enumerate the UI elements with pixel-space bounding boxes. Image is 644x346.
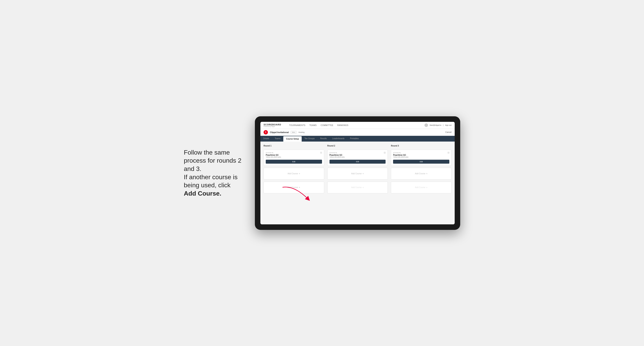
round-2-column: Round 2 ⊡ (Course A) Peachtree GC Yellow…	[327, 145, 388, 193]
round-3-add-course-text-1: Add Course +	[415, 172, 428, 175]
round-3-edit-button[interactable]: Edit	[393, 160, 449, 164]
round-2-add-plus-1: +	[362, 172, 364, 175]
instruction-bold: Add Course.	[184, 190, 221, 197]
round-2-add-course-2: Add Course +	[327, 181, 388, 193]
round-3-add-course-text-2: Add Course +	[415, 186, 428, 189]
tab-leaderboards[interactable]: Leaderboards	[330, 136, 347, 142]
tab-teams[interactable]: Teams	[272, 136, 283, 142]
rounds-grid: Round 1 ⊡ (Course A) Peachtree GC Yellow…	[264, 145, 452, 193]
round-1-course-details: Yellow (M) (6629 yds)	[266, 156, 322, 158]
round-1-add-plus-1: +	[299, 172, 300, 175]
nav-tournaments[interactable]: TOURNAMENTS	[289, 124, 306, 126]
round-1-add-course-text-2: Add Course +	[288, 186, 300, 189]
round-3-column: Round 3 ⊡ (Course A) Peachtree GC Yellow…	[391, 145, 452, 193]
round-3-add-plus-2: +	[426, 186, 428, 189]
logo-area: SCOREBOARD Powered by clippd	[264, 123, 281, 127]
round-3-course-details: Yellow (M) (6629 yds)	[393, 156, 449, 158]
round-3-add-plus-1: +	[426, 172, 428, 175]
round-2-add-course-text-1: Add Course +	[351, 172, 364, 175]
nav-teams[interactable]: TEAMS	[309, 124, 317, 126]
nav-rankings[interactable]: RANKINGS	[337, 124, 348, 126]
round-2-course-name: Peachtree GC	[330, 154, 386, 156]
tournament-bar: C Clippd Invitational Men Hosting Cancel	[260, 129, 455, 136]
nav-separator: |	[443, 124, 444, 126]
round-3-delete-icon[interactable]: ⊡	[448, 152, 449, 154]
round-2-course-label: (Course A)	[330, 152, 386, 154]
tablet-frame: SCOREBOARD Powered by clippd TOURNAMENTS…	[255, 116, 460, 230]
top-nav: SCOREBOARD Powered by clippd TOURNAMENTS…	[260, 122, 455, 129]
round-3-course-card: ⊡ (Course A) Peachtree GC Yellow (M) (66…	[391, 150, 452, 166]
round-1-course-label: (Course A)	[266, 152, 322, 154]
round-2-course-details: Yellow (M) (6629 yds)	[330, 156, 386, 158]
scoreboard-logo: SCOREBOARD	[264, 123, 281, 126]
round-1-add-course-text-1: Add Course +	[288, 172, 300, 175]
tab-printables[interactable]: Printables	[347, 136, 362, 142]
round-1-title: Round 1	[264, 145, 324, 147]
instruction-panel: Follow the same process for rounds 2 and…	[184, 149, 243, 198]
round-1-delete-icon[interactable]: ⊡	[320, 152, 322, 154]
nav-committee[interactable]: COMMITTEE	[320, 124, 334, 126]
round-2-course-card: ⊡ (Course A) Peachtree GC Yellow (M) (66…	[327, 150, 388, 166]
powered-by: Powered by clippd	[264, 126, 281, 127]
round-3-add-course-2: Add Course +	[391, 181, 452, 193]
instruction-text: Follow the same process for rounds 2 and…	[184, 149, 242, 197]
round-1-column: Round 1 ⊡ (Course A) Peachtree GC Yellow…	[264, 145, 324, 193]
round-1-course-card: ⊡ (Course A) Peachtree GC Yellow (M) (66…	[264, 150, 324, 166]
nav-user: blair@clippd.io | Sign out	[424, 123, 452, 127]
round-3-title: Round 3	[391, 145, 452, 147]
round-3-course-name: Peachtree GC	[393, 154, 449, 156]
round-1-course-name: Peachtree GC	[266, 154, 322, 156]
round-2-add-course-1[interactable]: Add Course +	[327, 168, 388, 179]
round-1-add-course-2[interactable]: Add Course +	[264, 181, 324, 193]
tab-bar: Details Teams Course Setup Tee Groups Re…	[260, 136, 455, 142]
round-2-title: Round 2	[327, 145, 388, 147]
round-2-add-course-text-2: Add Course +	[351, 186, 364, 189]
main-content: Round 1 ⊡ (Course A) Peachtree GC Yellow…	[260, 142, 455, 224]
nav-links: TOURNAMENTS TEAMS COMMITTEE RANKINGS	[289, 124, 420, 126]
tournament-logo-icon: C	[264, 130, 268, 135]
tab-tee-groups[interactable]: Tee Groups	[302, 136, 318, 142]
tournament-gender: Men	[290, 131, 296, 134]
page-wrapper: Follow the same process for rounds 2 and…	[184, 116, 460, 230]
tab-course-setup[interactable]: Course Setup	[283, 136, 302, 142]
round-3-course-label: (Course A)	[393, 152, 449, 154]
hosting-badge: Hosting	[298, 131, 305, 133]
sign-out-link[interactable]: Sign out	[445, 124, 452, 126]
user-email: blair@clippd.io	[430, 124, 441, 126]
round-2-add-plus-2: +	[362, 186, 364, 189]
round-1-edit-button[interactable]: Edit	[266, 160, 322, 164]
tournament-name: Clippd Invitational	[270, 131, 289, 134]
round-3-add-course-1[interactable]: Add Course +	[391, 168, 452, 179]
tab-results[interactable]: Results	[318, 136, 330, 142]
round-2-delete-icon[interactable]: ⊡	[384, 152, 386, 154]
cancel-button[interactable]: Cancel	[446, 131, 452, 133]
round-2-edit-button[interactable]: Edit	[330, 160, 386, 164]
round-1-add-course-1[interactable]: Add Course +	[264, 168, 324, 179]
tablet-screen: SCOREBOARD Powered by clippd TOURNAMENTS…	[260, 122, 455, 224]
user-avatar	[424, 123, 428, 127]
tab-details[interactable]: Details	[260, 136, 272, 142]
round-1-add-plus-2: +	[299, 186, 300, 189]
